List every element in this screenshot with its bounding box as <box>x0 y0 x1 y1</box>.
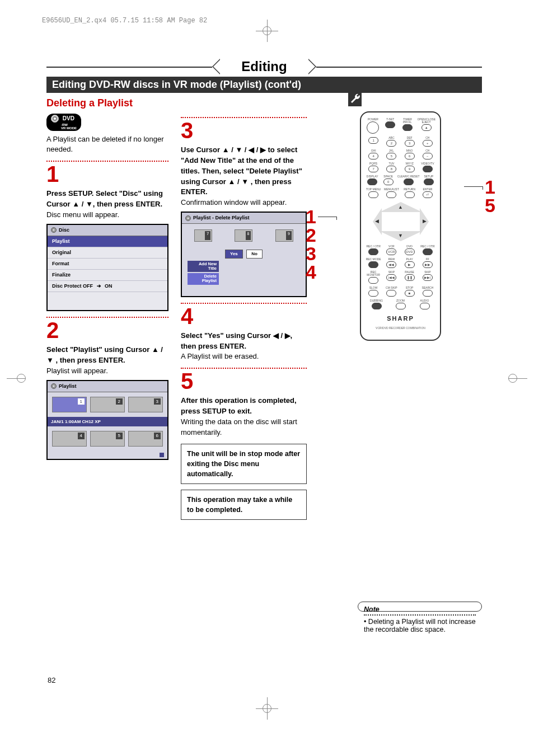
search-btn <box>423 290 433 297</box>
rec-mode-l <box>368 261 378 268</box>
play-btn: ▶ <box>405 261 415 268</box>
step-3-result: Confirmation window will appear. <box>181 198 307 208</box>
thumb-1: 1 <box>52 397 87 412</box>
dubbing-btn <box>372 303 382 309</box>
osd-playlist-grid: Playlist 1 2 3 JAN/1 1:00AM CH12 XP 4 5 … <box>46 380 168 461</box>
callout-num-5r: 5 <box>485 196 495 215</box>
vcr-btn: VCR <box>386 248 396 255</box>
step-3-instruction: Use Cursor ▲ / ▼ / ◀ / ▶ to select "Add … <box>181 145 307 198</box>
rec-monitor <box>368 277 378 284</box>
confirm-no: No <box>246 250 263 259</box>
thumb-8: 8 <box>235 229 252 242</box>
callout-stop-mode: The unit will be in stop mode after exit… <box>181 444 307 484</box>
num-1: 1 <box>368 137 378 144</box>
step-4-number: 4 <box>181 305 307 327</box>
thumb-info: JAN/1 1:00AM CH12 XP <box>48 417 167 427</box>
callout-num-1: 1 <box>306 207 316 226</box>
step-3-number: 3 <box>181 119 307 142</box>
ch-down: − <box>423 153 433 159</box>
rec-otr-r <box>423 248 433 255</box>
step-2-result: Playlist will appear. <box>46 366 168 377</box>
disc-icon <box>51 115 59 123</box>
step-5-result: Writing the data on the disc will start … <box>181 417 307 438</box>
callout-num-2: 2 <box>306 226 316 245</box>
audio-btn <box>420 303 430 309</box>
step-2-number: 2 <box>46 319 168 341</box>
chapter-title-banner: Editing <box>46 59 482 74</box>
registration-left <box>7 372 26 385</box>
subsection-title: Deleting a Playlist <box>46 97 482 109</box>
chapter-title: Editing <box>235 59 293 74</box>
pause-btn: ❚❚ <box>405 274 415 281</box>
thumb-6: 6 <box>128 431 163 447</box>
section-banner-text: Editing DVD-RW discs in VR mode (Playlis… <box>52 79 301 90</box>
callout-num-4: 4 <box>306 262 316 281</box>
note-box: Note • Deleting a Playlist will not incr… <box>358 602 482 612</box>
osd-title: Disc <box>59 227 69 234</box>
power-button <box>367 121 379 134</box>
print-header: E9656UD_EN_2.qx4 05.7.15 11:58 AM Page 8… <box>42 17 207 25</box>
menu-item-finalize: Finalize <box>48 270 167 281</box>
step-1-number: 1 <box>46 163 168 185</box>
note-title: Note <box>364 605 476 613</box>
step-2-instruction: Select "Playlist" using Cursor ▲ / ▼ , t… <box>46 345 168 366</box>
lead-line <box>464 186 483 187</box>
skip-back: |◀◀ <box>386 274 396 281</box>
brand-label: SHARP <box>387 314 414 323</box>
osd-title: Playlist <box>59 383 77 390</box>
disc-icon <box>185 215 191 221</box>
dvd-btn: DVD <box>405 248 415 255</box>
wrench-icon <box>348 93 362 106</box>
step-1-result: Disc menu will appear. <box>46 210 168 220</box>
step-5-instruction: After this operation is completed, press… <box>181 396 307 417</box>
brand-sublabel: VCR/DVD RECORDER COMBINATION <box>376 326 425 330</box>
thumb-9: 9 <box>275 229 293 242</box>
section-banner: Editing DVD-RW discs in VR mode (Playlis… <box>46 77 482 93</box>
skip-fwd: ▶▶| <box>423 274 433 281</box>
top-menu <box>368 191 378 198</box>
timer-prog-button <box>402 124 413 131</box>
num-0: 0 <box>383 179 394 185</box>
return-btn <box>405 191 415 198</box>
step-1-instruction: Press SETUP. Select "Disc" using Cursor … <box>46 189 168 210</box>
thumb-5: 5 <box>90 431 125 447</box>
registration-right <box>508 372 527 385</box>
num-2: 2 <box>386 140 396 147</box>
num-8: 8 <box>386 166 396 172</box>
callout-take-while: This operation may take a while to be co… <box>181 490 307 520</box>
step-divider <box>181 117 307 118</box>
disc-icon <box>51 383 57 389</box>
step-divider <box>181 303 307 304</box>
intro-text: A Playlist can be deleted if no longer n… <box>46 134 168 156</box>
num-3: 3 <box>405 140 415 147</box>
osd-title: Playlist - Delete Playlist <box>193 214 250 222</box>
num-9: 9 <box>405 166 415 172</box>
tset-button <box>385 121 395 128</box>
setup-btn <box>424 179 434 185</box>
num-7: 7 <box>368 166 378 172</box>
menu-item-format: Format <box>48 259 167 270</box>
side-btn-add-title: Add New Title <box>188 261 219 273</box>
page-indicator-icon <box>160 453 164 457</box>
remote-control-illustration: POWER T-SET TIMER PROG. OPEN/CLOSE EJECT… <box>360 111 441 341</box>
ch-up: + <box>423 140 433 147</box>
menu-item-playlist: Playlist <box>48 236 167 247</box>
display-btn <box>367 179 377 185</box>
menu-item-original: Original <box>48 247 167 259</box>
stop-btn: ■ <box>405 290 415 297</box>
crop-mark-top <box>259 22 275 39</box>
slow-btn <box>368 290 378 297</box>
disc-icon <box>51 227 57 233</box>
side-btn-delete-playlist: Delete Playlist <box>188 273 219 285</box>
thumb-7: 7 <box>194 229 212 242</box>
cursor-dpad: ▲▼ ◀▶ <box>373 202 429 241</box>
rec-otr-l <box>368 248 378 255</box>
step-4-instruction: Select "Yes" using Cursor ◀ / ▶, then pr… <box>181 331 307 352</box>
rew-btn: ◀◀ <box>386 261 396 268</box>
step-divider <box>181 368 307 369</box>
clear-btn <box>404 179 414 185</box>
step-divider <box>46 161 168 162</box>
ff-btn: ▶▶ <box>423 261 433 268</box>
page-number: 82 <box>48 676 55 684</box>
num-4: 4 <box>368 153 378 159</box>
